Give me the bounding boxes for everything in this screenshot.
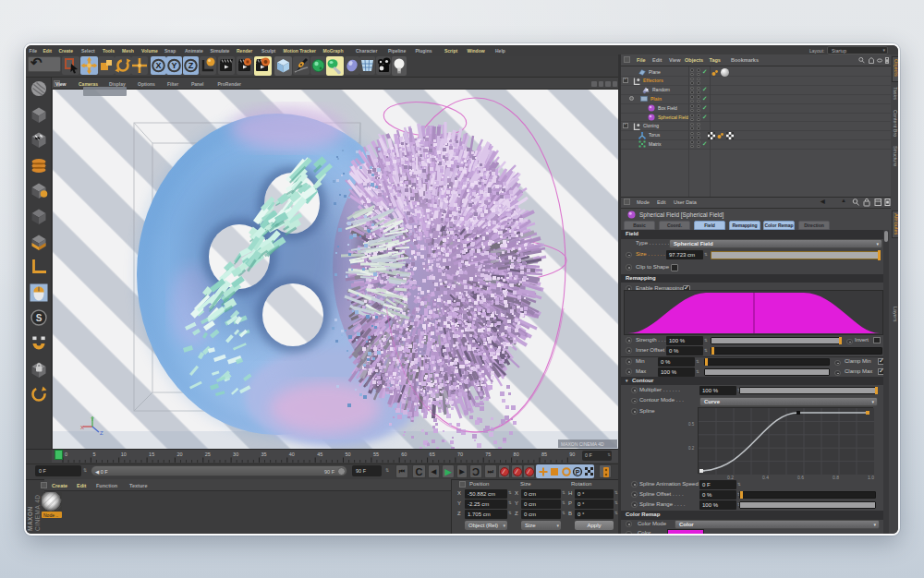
svg-text:70: 70	[457, 452, 463, 457]
svg-text:Z: Z	[100, 430, 103, 436]
svg-text:30: 30	[233, 452, 238, 457]
svg-text:35: 35	[261, 452, 267, 457]
svg-text:15: 15	[149, 452, 154, 457]
svg-text:40: 40	[289, 452, 295, 457]
svg-text:50: 50	[346, 452, 351, 457]
svg-text:65: 65	[430, 452, 435, 457]
svg-text:Z: Z	[188, 61, 193, 70]
svg-text:20: 20	[176, 452, 182, 457]
svg-text:Y: Y	[172, 61, 177, 70]
svg-text:S: S	[36, 313, 43, 323]
svg-text:85: 85	[541, 452, 547, 457]
svg-text:75: 75	[485, 452, 491, 457]
svg-text:80: 80	[514, 452, 519, 457]
svg-text:55: 55	[373, 452, 379, 457]
svg-text:5: 5	[92, 452, 95, 457]
svg-text:0: 0	[65, 452, 67, 457]
svg-text:45: 45	[317, 452, 322, 457]
svg-text:X: X	[155, 61, 161, 70]
svg-text:Y: Y	[91, 416, 94, 422]
svg-text:60: 60	[401, 452, 407, 457]
svg-text:90: 90	[569, 452, 575, 457]
svg-text:10: 10	[121, 452, 127, 457]
svg-text:X: X	[80, 425, 84, 430]
svg-text:25: 25	[205, 452, 211, 457]
svg-text:P: P	[576, 469, 580, 476]
